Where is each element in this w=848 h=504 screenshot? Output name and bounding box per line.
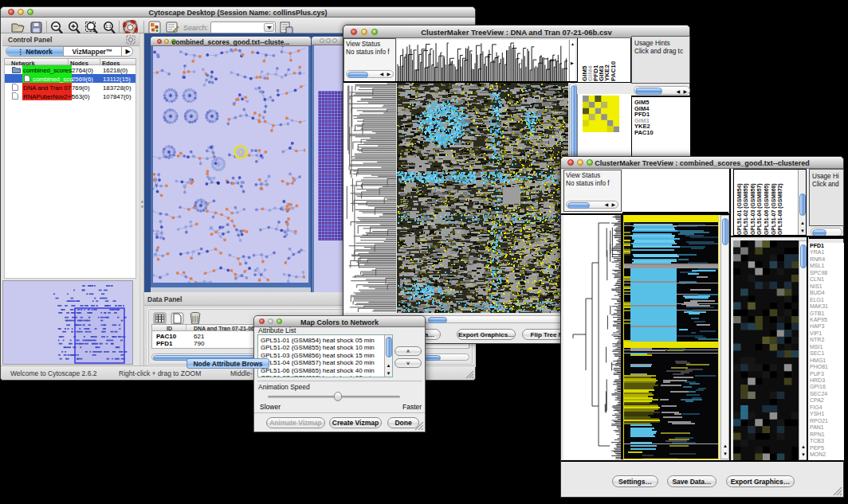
- svg-text:1:1: 1:1: [105, 24, 112, 29]
